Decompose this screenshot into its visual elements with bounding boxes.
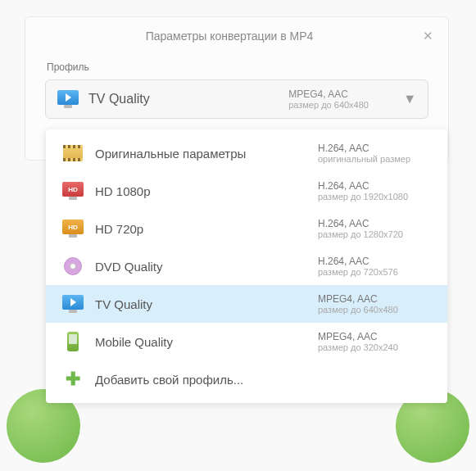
- tv-icon: [57, 90, 79, 108]
- chevron-down-icon: ▼: [403, 92, 416, 106]
- selected-profile-meta: MPEG4, AAC размер до 640x480: [288, 88, 395, 110]
- hd-red-icon: HD: [62, 182, 84, 200]
- profile-option[interactable]: ✚Добавить свой профиль...: [46, 360, 447, 398]
- profile-option-label: Mobile Quality: [95, 335, 318, 349]
- hd-orange-icon: HD: [62, 220, 84, 238]
- film-icon: [63, 145, 83, 161]
- profile-option-codec: MPEG4, AAC: [318, 293, 433, 305]
- profile-option[interactable]: TV QualityMPEG4, AACразмер до 640x480: [46, 285, 447, 323]
- profile-option-label: Оригинальные параметры: [95, 147, 318, 161]
- profile-option-meta: MPEG4, AACразмер до 320x240: [318, 331, 433, 352]
- profile-option[interactable]: Оригинальные параметрыH.264, AACоригинал…: [46, 134, 447, 172]
- profile-option-meta: H.264, AACразмер до 1920x1080: [318, 180, 433, 202]
- profile-option-size: оригинальный размер: [318, 154, 433, 164]
- profile-option-codec: H.264, AAC: [318, 218, 433, 229]
- profile-option[interactable]: DVD QualityH.264, AACразмер до 720x576: [46, 247, 447, 285]
- close-icon[interactable]: ✕: [420, 29, 435, 43]
- selected-profile-label: TV Quality: [88, 92, 288, 106]
- title-bar: Параметры конвертации в MP4 ✕: [25, 17, 448, 61]
- profile-option-label: DVD Quality: [95, 260, 318, 274]
- profile-option-label: Добавить свой профиль...: [95, 373, 318, 387]
- profile-dropdown: Оригинальные параметрыH.264, AACоригинал…: [46, 129, 447, 403]
- selected-size: размер до 640x480: [288, 100, 395, 110]
- profile-option-label: HD 720p: [95, 222, 318, 236]
- profile-label: Профиль: [25, 61, 448, 79]
- selected-codec: MPEG4, AAC: [288, 88, 395, 100]
- profile-option-size: размер до 720x576: [318, 267, 433, 277]
- profile-option-size: размер до 640x480: [318, 305, 433, 315]
- profile-option-codec: H.264, AAC: [318, 256, 433, 267]
- plus-icon: ✚: [66, 369, 80, 390]
- tv-icon: [62, 295, 84, 313]
- profile-option[interactable]: Mobile QualityMPEG4, AACразмер до 320x24…: [46, 323, 447, 360]
- profile-combobox[interactable]: TV Quality MPEG4, AAC размер до 640x480 …: [45, 79, 428, 119]
- profile-option-meta: H.264, AACразмер до 720x576: [318, 256, 433, 277]
- dvd-icon: [64, 257, 82, 275]
- dialog-title: Параметры конвертации в MP4: [39, 29, 420, 43]
- profile-option-label: HD 1080p: [95, 184, 318, 198]
- profile-option-size: размер до 320x240: [318, 342, 433, 352]
- profile-option-size: размер до 1920x1080: [318, 192, 433, 202]
- profile-option-meta: H.264, AACоригинальный размер: [318, 143, 433, 164]
- profile-option-codec: H.264, AAC: [318, 180, 433, 192]
- profile-option[interactable]: HDHD 720pH.264, AACразмер до 1280x720: [46, 210, 447, 247]
- profile-option-codec: H.264, AAC: [318, 143, 433, 154]
- mobile-icon: [67, 332, 79, 351]
- profile-option-meta: H.264, AACразмер до 1280x720: [318, 218, 433, 239]
- profile-option-codec: MPEG4, AAC: [318, 331, 433, 342]
- profile-option-size: размер до 1280x720: [318, 229, 433, 239]
- profile-option-label: TV Quality: [95, 297, 318, 311]
- profile-option[interactable]: HDHD 1080pH.264, AACразмер до 1920x1080: [46, 172, 447, 210]
- profile-option-meta: MPEG4, AACразмер до 640x480: [318, 293, 433, 315]
